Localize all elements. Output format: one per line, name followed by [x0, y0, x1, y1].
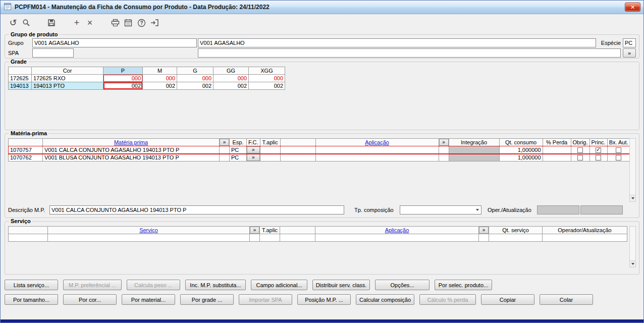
cell-materia[interactable]: V001 BLUSA CONJUNTO AGASALHO 194013 PTO … [43, 154, 220, 162]
materia-prima-legend: Matéria-prima [9, 130, 48, 136]
tp-composicao-dropdown[interactable] [400, 205, 481, 214]
cell-codigo[interactable]: 194013 [9, 82, 32, 90]
sv-col-servico[interactable]: Serviço [48, 227, 250, 234]
sv-aplicacao-lookup-button[interactable]: » [479, 227, 489, 234]
cell-p-editing[interactable]: 002 [103, 82, 143, 90]
princ-checkbox[interactable] [596, 147, 601, 153]
cell-lookup [220, 154, 230, 162]
spa-descricao-field[interactable] [198, 48, 621, 58]
chevron-down-icon [476, 209, 479, 211]
cell-aplicacao[interactable] [315, 146, 439, 154]
cell-perda[interactable] [543, 154, 571, 162]
cell-p[interactable]: 000 [103, 75, 143, 82]
cell-taplic[interactable] [260, 146, 280, 154]
cell-cor[interactable]: 172625 RXO [32, 75, 103, 82]
servico-lookup-button[interactable]: » [250, 227, 259, 234]
por-cor-button[interactable]: Por cor... [63, 294, 117, 305]
cell-perda[interactable] [543, 146, 571, 154]
cell-codigo[interactable]: 172625 [9, 75, 32, 82]
fc-lookup-button[interactable]: » [247, 154, 260, 161]
por-selec-produto-button[interactable]: Por selec. produto... [435, 280, 492, 290]
inc-mp-substituta-button[interactable]: Inc. M.P. substituta... [185, 280, 246, 290]
grupo-produto-legend: Grupo de produto [9, 31, 59, 37]
campo-adicional-button[interactable]: Campo adicional... [251, 280, 307, 290]
spa-lookup-button[interactable]: » [623, 48, 636, 58]
cell-esp[interactable]: PC [230, 146, 247, 154]
cell-blank[interactable] [280, 234, 315, 242]
cell-taplic[interactable] [260, 154, 280, 162]
bx-aut-checkbox[interactable] [616, 155, 621, 160]
por-tamanho-button[interactable]: Por tamanho... [5, 294, 58, 305]
cell-blank[interactable] [280, 154, 315, 162]
search-icon[interactable] [20, 16, 33, 29]
cell-codigo[interactable] [9, 234, 48, 242]
exit-icon[interactable] [148, 16, 161, 29]
cell-gg[interactable]: 002 [213, 82, 249, 90]
cell-m[interactable]: 000 [143, 75, 177, 82]
mp-col-aplicacao[interactable]: Aplicação [315, 139, 439, 146]
cell-materia[interactable]: V001 CALCA CONJUNTO AGASALHO 194013 PTO … [43, 146, 220, 154]
save-icon[interactable] [45, 16, 58, 29]
mp-col-lookup: » [220, 139, 230, 146]
cell-gg[interactable]: 000 [213, 75, 249, 82]
grupo-code-field[interactable]: V001 AGASALHO [32, 38, 197, 47]
princ-checkbox[interactable] [596, 155, 601, 160]
copiar-button[interactable]: Copiar [481, 294, 534, 305]
cell-lookup [250, 234, 260, 242]
mp-col-codigo [9, 139, 43, 146]
button-row-1: Lista serviço... M.P. preferêncial ... C… [5, 280, 639, 290]
sv-col-aplicacao[interactable]: Aplicação [315, 227, 479, 234]
cell-codigo[interactable]: 1070757 [9, 146, 43, 154]
cell-qt-consumo[interactable]: 1,000000 [499, 154, 543, 162]
cell-xgg[interactable]: 000 [249, 75, 285, 82]
cell-qt-consumo[interactable]: 1,000000 [499, 146, 543, 154]
grade-row: 194013 194013 PTO 002 002 002 002 002 [9, 82, 285, 90]
especie-field[interactable]: PC [623, 38, 636, 47]
cell-qt-servico[interactable] [489, 234, 543, 242]
descricao-mp-field[interactable]: V001 CALCA CONJUNTO AGASALHO 194013 PTO … [49, 205, 344, 214]
cell-m[interactable]: 002 [143, 82, 177, 90]
cell-esp[interactable]: PC [230, 154, 247, 162]
cell-aplicacao[interactable] [315, 234, 479, 242]
cell-aplicacao[interactable] [315, 154, 439, 162]
cell-blank[interactable] [280, 146, 315, 154]
scroll-down-button[interactable] [630, 260, 635, 267]
servico-scrollbar[interactable] [629, 226, 636, 267]
delete-icon[interactable]: × [83, 16, 96, 29]
posicao-mp-button[interactable]: Posição M.P. ... [297, 294, 351, 305]
refresh-icon[interactable]: ↺ [7, 16, 20, 29]
obrig-checkbox[interactable] [577, 147, 583, 153]
bx-aut-checkbox[interactable] [616, 147, 621, 153]
window-bottom-edge [1, 319, 643, 322]
add-icon[interactable]: + [70, 16, 83, 29]
help-icon[interactable]: ? [135, 16, 148, 29]
print-icon[interactable] [109, 16, 122, 29]
cell-g[interactable]: 002 [177, 82, 213, 90]
cell-xgg[interactable]: 002 [249, 82, 285, 90]
lista-servico-button[interactable]: Lista serviço... [5, 280, 58, 290]
distribuir-serv-class-button[interactable]: Distribuir serv. class. [312, 280, 370, 290]
cell-taplic[interactable] [260, 234, 280, 242]
mp-col-materia[interactable]: Matéria prima [43, 139, 220, 146]
cell-cor[interactable]: 194013 PTO [32, 82, 103, 90]
cell-g[interactable]: 000 [177, 75, 213, 82]
fc-lookup-button[interactable]: » [247, 146, 260, 153]
spa-code-field[interactable] [32, 48, 74, 58]
close-button[interactable]: ✕ [625, 3, 640, 12]
calcular-composicao-button[interactable]: Calcular composição [356, 294, 414, 305]
app-icon [4, 3, 12, 12]
opcoes-button[interactable]: Opções... [375, 280, 430, 290]
materia-prima-scrollbar[interactable] [629, 138, 636, 202]
cell-servico[interactable] [48, 234, 250, 242]
obrig-checkbox[interactable] [577, 155, 583, 160]
colar-button[interactable]: Colar [540, 294, 593, 305]
cell-codigo[interactable]: 1070762 [9, 154, 43, 162]
calendar-icon[interactable] [122, 16, 135, 29]
grupo-descricao-field[interactable]: V001 AGASALHO [198, 38, 596, 47]
por-grade-button[interactable]: Por grade ... [180, 294, 234, 305]
materia-lookup-button[interactable]: » [220, 139, 229, 146]
cell-operador[interactable] [543, 234, 627, 242]
scroll-down-button[interactable] [630, 195, 635, 201]
aplicacao-lookup-button[interactable]: » [439, 139, 449, 146]
por-material-button[interactable]: Por material... [122, 294, 175, 305]
